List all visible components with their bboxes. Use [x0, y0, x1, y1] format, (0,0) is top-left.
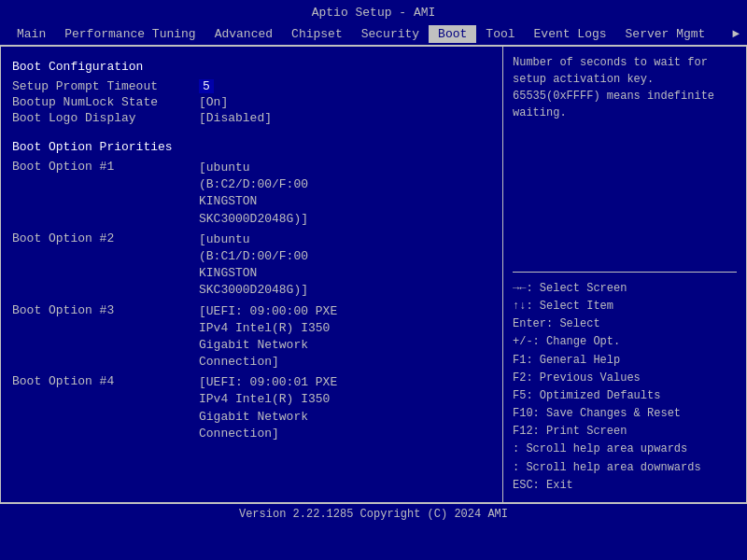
menu-bar: Main Performance Tuning Advanced Chipset…: [0, 23, 747, 46]
boot-option-3-label: Boot Option #3: [12, 303, 199, 317]
boot-option-3-row: Boot Option #3 [UEFI: 09:00:00 PXEIPv4 I…: [12, 303, 491, 371]
title-bar: Aptio Setup - AMI: [0, 0, 747, 23]
version-text: Version 2.22.1285 Copyright (C) 2024 AMI: [239, 508, 508, 521]
setup-prompt-timeout-row: Setup Prompt Timeout 5: [12, 79, 491, 93]
boot-option-1-label: Boot Option #1: [12, 160, 199, 174]
boot-option-2-row: Boot Option #2 [ubuntu(B:C1/D:00/F:00KIN…: [12, 231, 491, 300]
help-text: Number of seconds to wait for setup acti…: [513, 54, 737, 264]
menu-more-arrow: ►: [732, 27, 747, 41]
boot-logo-display-label: Boot Logo Display: [12, 111, 199, 125]
numlock-state-value[interactable]: [On]: [199, 95, 228, 109]
boot-logo-display-row: Boot Logo Display [Disabled]: [12, 111, 491, 125]
app-title: Aptio Setup - AMI: [312, 6, 436, 20]
menu-item-event-logs[interactable]: Event Logs: [525, 25, 616, 43]
right-panel: Number of seconds to wait for setup acti…: [503, 47, 746, 502]
menu-item-advanced[interactable]: Advanced: [205, 25, 282, 43]
key-help: →←: Select Screen↑↓: Select ItemEnter: S…: [513, 280, 737, 495]
boot-option-2-value[interactable]: [ubuntu(B:C1/D:00/F:00KINGSTONSKC3000D20…: [199, 231, 308, 300]
menu-item-main[interactable]: Main: [7, 25, 55, 43]
boot-option-1-row: Boot Option #1 [ubuntu(B:C2/D:00/F:00KIN…: [12, 160, 491, 228]
left-panel: Boot Configuration Setup Prompt Timeout …: [1, 47, 503, 502]
boot-config-header: Boot Configuration: [12, 60, 491, 74]
boot-option-4-row: Boot Option #4 [UEFI: 09:00:01 PXEIPv4 I…: [12, 374, 491, 442]
numlock-state-row: Bootup NumLock State [On]: [12, 95, 491, 109]
boot-option-1-value[interactable]: [ubuntu(B:C2/D:00/F:00KINGSTONSKC3000D20…: [199, 160, 308, 228]
numlock-state-label: Bootup NumLock State: [12, 95, 199, 109]
boot-option-4-value[interactable]: [UEFI: 09:00:01 PXEIPv4 Intel(R) I350Gig…: [199, 374, 337, 442]
menu-item-tool[interactable]: Tool: [476, 25, 524, 43]
menu-item-boot[interactable]: Boot: [429, 25, 476, 43]
menu-item-chipset[interactable]: Chipset: [282, 25, 352, 43]
menu-item-server-mgmt[interactable]: Server Mgmt: [616, 25, 715, 43]
boot-logo-display-value[interactable]: [Disabled]: [199, 111, 272, 125]
boot-option-3-value[interactable]: [UEFI: 09:00:00 PXEIPv4 Intel(R) I350Gig…: [199, 303, 337, 371]
main-content: Boot Configuration Setup Prompt Timeout …: [0, 46, 747, 503]
setup-prompt-timeout-value[interactable]: 5: [199, 79, 214, 93]
boot-option-4-label: Boot Option #4: [12, 374, 199, 388]
boot-option-2-label: Boot Option #2: [12, 231, 199, 245]
divider: [513, 272, 737, 273]
setup-prompt-timeout-label: Setup Prompt Timeout: [12, 79, 199, 93]
status-bar: Version 2.22.1285 Copyright (C) 2024 AMI: [0, 503, 747, 525]
boot-option-priorities-header: Boot Option Priorities: [12, 140, 491, 154]
menu-item-security[interactable]: Security: [352, 25, 429, 43]
menu-item-performance[interactable]: Performance Tuning: [55, 25, 204, 43]
